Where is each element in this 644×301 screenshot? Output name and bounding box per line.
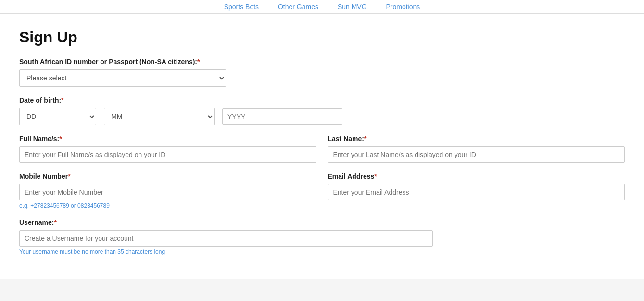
- dob-month-select[interactable]: MM 01 - January02 - February 03 - March0…: [104, 108, 215, 125]
- lastname-col: Last Name:*: [328, 135, 625, 163]
- lastname-label: Last Name:*: [328, 135, 625, 143]
- mobile-input[interactable]: [19, 184, 316, 200]
- lastname-input[interactable]: [328, 146, 625, 163]
- top-navigation: Sports Bets Other Games Sun MVG Promotio…: [0, 0, 644, 14]
- email-label: Email Address*: [328, 172, 625, 180]
- username-section: Username:* Your username must be no more…: [19, 219, 625, 255]
- nav-promotions[interactable]: Promotions: [386, 3, 420, 11]
- mobile-label: Mobile Number*: [19, 172, 316, 180]
- username-label: Username:*: [19, 219, 625, 226]
- contact-row: Mobile Number* e.g. +27823456789 or 0823…: [19, 172, 625, 209]
- email-input[interactable]: [328, 184, 625, 200]
- main-content: Sign Up South African ID number or Passp…: [0, 14, 644, 279]
- mobile-hint: e.g. +27823456789 or 0823456789: [19, 202, 316, 209]
- fullname-col: Full Name/s:*: [19, 135, 316, 163]
- username-input[interactable]: [19, 230, 433, 247]
- email-col: Email Address*: [328, 172, 625, 209]
- fullname-input[interactable]: [19, 146, 316, 163]
- id-label: South African ID number or Passport (Non…: [19, 58, 625, 65]
- dob-row: DD 010203 040506 070809 101112 131415 16…: [19, 108, 625, 125]
- dob-section: Date of birth:* DD 010203 040506 070809 …: [19, 96, 625, 125]
- dob-day-select[interactable]: DD 010203 040506 070809 101112 131415 16…: [19, 108, 96, 125]
- dob-year-input[interactable]: [222, 108, 342, 125]
- id-type-select[interactable]: Please select South African ID Passport: [19, 69, 226, 87]
- dob-label: Date of birth:*: [19, 96, 625, 104]
- fullname-label: Full Name/s:*: [19, 135, 316, 143]
- nav-other-games[interactable]: Other Games: [278, 3, 318, 11]
- mobile-col: Mobile Number* e.g. +27823456789 or 0823…: [19, 172, 316, 209]
- page-title: Sign Up: [19, 28, 625, 46]
- id-section: South African ID number or Passport (Non…: [19, 58, 625, 87]
- nav-sports-bets[interactable]: Sports Bets: [224, 3, 259, 11]
- name-row: Full Name/s:* Last Name:*: [19, 135, 625, 163]
- nav-sun-mvg[interactable]: Sun MVG: [338, 3, 367, 11]
- username-note: Your username must be no more than 35 ch…: [19, 249, 625, 255]
